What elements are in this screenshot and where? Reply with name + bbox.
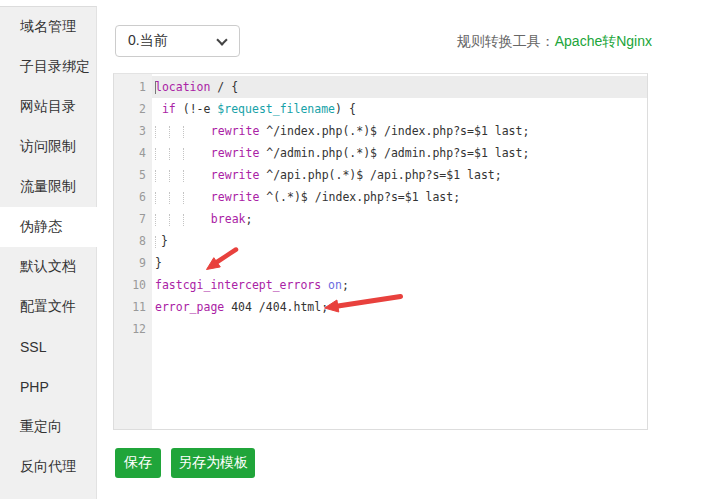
indent-guide [169,170,183,182]
line-number: 7 [114,208,146,230]
code-token [197,124,211,138]
code-token: rewrite [211,124,259,138]
indent-guide [169,148,183,160]
code-token: $request_filename [217,102,335,116]
indent-guide [155,126,169,138]
code-token [197,168,211,182]
code-line[interactable]: } [152,252,647,274]
code-token: rewrite [211,146,259,160]
line-number: 10 [114,274,146,296]
line-number: 6 [114,186,146,208]
code-token [197,212,211,226]
line-number: 4 [114,142,146,164]
code-token: fastcgi_intercept_errors [155,278,321,292]
code-line[interactable]: rewrite ^/admin.php(.*)$ /admin.php?s=$1… [152,142,647,164]
code-token: if [162,102,176,116]
indent-guide [183,126,197,138]
indent-guide [155,148,169,160]
code-token: (!-e [176,102,218,116]
sidebar-item-反向代理[interactable]: 反向代理 [0,447,98,487]
editor-code[interactable]: location / { if (!-e $request_filename) … [152,74,647,429]
chevron-down-icon [216,34,227,45]
code-token [197,190,211,204]
code-token: 404 /404.html; [224,300,328,314]
code-token: error_page [155,300,224,314]
rewrite-profile-dropdown[interactable]: 0.当前 [115,25,240,57]
code-token: / { [210,80,238,94]
indent-guide [169,214,183,226]
sidebar-item-访问限制[interactable]: 访问限制 [0,127,98,167]
code-token: on [328,278,342,292]
indent-guide [169,192,183,204]
line-number: 11 [114,296,146,318]
line-number: 12 [114,318,146,340]
sidebar-item-重定向[interactable]: 重定向 [0,407,98,447]
code-token: ; [245,212,252,226]
apache-to-nginx-link[interactable]: Apache转Nginx [555,33,652,49]
code-line[interactable]: error_page 404 /404.html; [152,296,647,318]
sidebar-item-流量限制[interactable]: 流量限制 [0,167,98,207]
code-line[interactable]: location / { [152,76,647,98]
code-line[interactable]: } [152,230,647,252]
rewrite-profile-value: 0.当前 [128,32,168,50]
indent-guide [155,170,169,182]
rewrite-code-editor[interactable]: 123456789101112 location / { if (!-e $re… [113,73,648,430]
code-line[interactable]: break; [152,208,647,230]
sidebar-item-网站目录[interactable]: 网站目录 [0,87,98,127]
rule-converter-label: 规则转换工具： [457,33,555,49]
indent-guide [155,192,169,204]
sidebar-item-域名管理[interactable]: 域名管理 [0,7,98,47]
indent-guide [183,170,197,182]
sidebar-item-子目录绑定[interactable]: 子目录绑定 [0,47,98,87]
line-number: 1 [114,76,146,98]
code-token: ^/admin.php(.*)$ /admin.php?s=$1 last; [259,146,529,160]
sidebar-item-伪静态[interactable]: 伪静态 [0,207,98,247]
line-number: 8 [114,230,146,252]
code-line[interactable]: if (!-e $request_filename) { [152,98,647,120]
settings-sidebar: 域名管理子目录绑定网站目录访问限制流量限制伪静态默认文档配置文件SSLPHP重定… [0,6,97,499]
code-token [155,102,162,116]
editor-gutter: 123456789101112 [114,74,152,429]
rule-converter: 规则转换工具：Apache转Nginx [457,33,652,51]
code-line[interactable]: fastcgi_intercept_errors on; [152,274,647,296]
code-line[interactable]: rewrite ^/api.php(.*)$ /api.php?s=$1 las… [152,164,647,186]
code-line[interactable] [152,318,647,340]
code-token: } [161,234,168,248]
indent-guide [183,192,197,204]
code-token [197,146,211,160]
line-number: 2 [114,98,146,120]
code-token: ^/api.php(.*)$ /api.php?s=$1 last; [259,168,501,182]
sidebar-item-SSL[interactable]: SSL [0,327,98,367]
code-token: ; [342,278,349,292]
indent-guide [183,148,197,160]
code-token: location [155,80,210,94]
save-button[interactable]: 保存 [115,448,161,478]
sidebar-item-默认文档[interactable]: 默认文档 [0,247,98,287]
code-token: rewrite [211,168,259,182]
line-number: 3 [114,120,146,142]
code-line[interactable]: rewrite ^/index.php(.*)$ /index.php?s=$1… [152,120,647,142]
code-token: } [155,256,162,270]
sidebar-item-PHP[interactable]: PHP [0,367,98,407]
indent-guide [183,214,197,226]
code-token: ^(.*)$ /index.php?s=$1 last; [259,190,460,204]
indent-guide [169,126,183,138]
code-token: rewrite [211,190,259,204]
code-token: ^/index.php(.*)$ /index.php?s=$1 last; [259,124,529,138]
indent-guide [155,214,169,226]
code-token: ) { [335,102,356,116]
save-as-template-button[interactable]: 另存为模板 [171,448,255,478]
code-token: break [211,212,246,226]
line-number: 5 [114,164,146,186]
code-line[interactable]: rewrite ^(.*)$ /index.php?s=$1 last; [152,186,647,208]
sidebar-item-配置文件[interactable]: 配置文件 [0,287,98,327]
line-number: 9 [114,252,146,274]
